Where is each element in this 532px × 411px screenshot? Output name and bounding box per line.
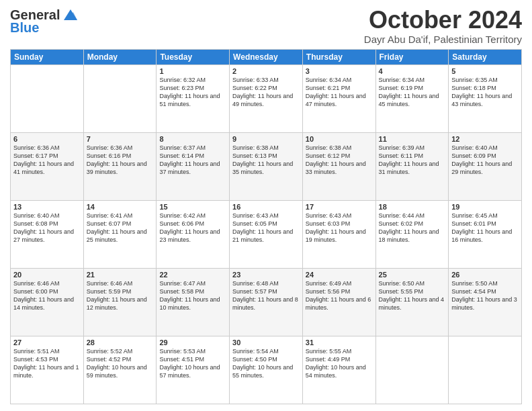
calendar-cell [11, 64, 84, 132]
day-number: 17 [306, 203, 373, 211]
calendar-cell: 24Sunrise: 6:49 AMSunset: 5:56 PMDayligh… [302, 268, 375, 336]
day-number: 20 [13, 271, 81, 279]
cell-text-line: Daylight: 11 hours and 23 minutes. [159, 228, 226, 244]
calendar-cell: 11Sunrise: 6:39 AMSunset: 6:11 PMDayligh… [375, 132, 449, 200]
calendar-cell: 12Sunrise: 6:40 AMSunset: 6:09 PMDayligh… [449, 132, 522, 200]
calendar-cell: 26Sunrise: 5:50 AMSunset: 4:54 PMDayligh… [449, 268, 522, 336]
day-number: 5 [451, 67, 519, 75]
logo-icon [61, 7, 80, 23]
day-number: 22 [159, 271, 226, 279]
cell-text-line: Sunset: 6:18 PM [451, 84, 519, 92]
day-number: 9 [232, 135, 300, 143]
day-number: 24 [306, 271, 373, 279]
cell-text-line: Sunset: 6:14 PM [159, 152, 226, 160]
cell-text-line: Sunrise: 5:55 AM [306, 347, 373, 355]
cell-text-line: Daylight: 10 hours and 59 minutes. [87, 363, 154, 379]
cell-text-line: Sunrise: 6:41 AM [87, 212, 154, 220]
cell-text-line: Sunset: 5:56 PM [306, 287, 373, 295]
cell-text-line: Daylight: 11 hours and 10 minutes. [159, 295, 226, 312]
calendar-week-row: 1Sunrise: 6:32 AMSunset: 6:23 PMDaylight… [11, 64, 522, 132]
cell-text-line: Sunrise: 6:43 AM [232, 212, 300, 220]
logo-blue-text: Blue [10, 20, 39, 36]
calendar-header-wednesday: Wednesday [230, 49, 303, 64]
day-number: 8 [159, 135, 226, 143]
cell-text-line: Sunrise: 6:50 AM [379, 279, 446, 287]
cell-text-line: Sunset: 6:17 PM [13, 152, 81, 160]
cell-text-line: Sunset: 6:02 PM [379, 220, 446, 228]
cell-text-line: Sunrise: 6:39 AM [379, 144, 446, 152]
cell-text-line: Daylight: 11 hours and 31 minutes. [379, 160, 446, 176]
calendar-cell: 10Sunrise: 6:38 AMSunset: 6:12 PMDayligh… [302, 132, 375, 200]
cell-text-line: Daylight: 10 hours and 55 minutes. [232, 363, 300, 379]
cell-text-line: Sunset: 5:55 PM [379, 287, 446, 295]
cell-text-line: Sunrise: 6:38 AM [232, 144, 300, 152]
cell-text-line: Sunrise: 6:46 AM [87, 279, 154, 287]
calendar-cell: 2Sunrise: 6:33 AMSunset: 6:22 PMDaylight… [230, 64, 303, 132]
calendar-header-monday: Monday [83, 49, 157, 64]
calendar-header-row: SundayMondayTuesdayWednesdayThursdayFrid… [11, 49, 522, 64]
cell-text-line: Sunset: 6:03 PM [306, 220, 373, 228]
day-number: 7 [87, 135, 154, 143]
cell-text-line: Sunrise: 6:43 AM [306, 212, 373, 220]
cell-text-line: Daylight: 11 hours and 45 minutes. [379, 92, 446, 108]
cell-text-line: Sunset: 5:58 PM [159, 287, 226, 295]
cell-text-line: Sunrise: 5:50 AM [451, 279, 519, 287]
cell-text-line: Sunset: 6:00 PM [13, 287, 81, 295]
calendar-cell: 1Sunrise: 6:32 AMSunset: 6:23 PMDaylight… [157, 64, 230, 132]
cell-text-line: Sunrise: 6:37 AM [159, 144, 226, 152]
day-number: 10 [306, 135, 373, 143]
cell-text-line: Daylight: 11 hours and 51 minutes. [159, 92, 226, 108]
calendar-cell: 5Sunrise: 6:35 AMSunset: 6:18 PMDaylight… [449, 64, 522, 132]
cell-text-line: Sunrise: 5:51 AM [13, 347, 81, 355]
cell-text-line: Sunset: 6:22 PM [232, 84, 300, 92]
day-number: 16 [232, 203, 300, 211]
day-number: 3 [306, 67, 373, 75]
day-number: 4 [379, 67, 446, 75]
cell-text-line: Sunset: 6:16 PM [87, 152, 154, 160]
cell-text-line: Sunrise: 6:33 AM [232, 76, 300, 84]
day-number: 25 [379, 271, 446, 279]
calendar-cell: 9Sunrise: 6:38 AMSunset: 6:13 PMDaylight… [230, 132, 303, 200]
day-number: 6 [13, 135, 81, 143]
day-number: 18 [379, 203, 446, 211]
calendar-cell: 31Sunrise: 5:55 AMSunset: 4:49 PMDayligh… [302, 336, 375, 404]
cell-text-line: Sunrise: 6:42 AM [159, 212, 226, 220]
month-title: October 2024 [364, 7, 522, 34]
day-number: 29 [159, 338, 226, 347]
calendar-header-thursday: Thursday [302, 49, 375, 64]
cell-text-line: Sunset: 6:06 PM [159, 220, 226, 228]
cell-text-line: Sunrise: 6:47 AM [159, 279, 226, 287]
calendar-cell: 29Sunrise: 5:53 AMSunset: 4:51 PMDayligh… [157, 336, 230, 404]
cell-text-line: Daylight: 11 hours and 33 minutes. [306, 160, 373, 176]
cell-text-line: Sunset: 6:12 PM [306, 152, 373, 160]
cell-text-line: Daylight: 11 hours and 18 minutes. [379, 228, 446, 244]
cell-text-line: Sunset: 4:50 PM [232, 355, 300, 363]
cell-text-line: Sunrise: 6:35 AM [451, 76, 519, 84]
cell-text-line: Sunrise: 6:49 AM [306, 279, 373, 287]
calendar-cell: 21Sunrise: 6:46 AMSunset: 5:59 PMDayligh… [83, 268, 157, 336]
calendar-cell [375, 336, 449, 404]
cell-text-line: Sunrise: 6:44 AM [379, 212, 446, 220]
calendar-week-row: 13Sunrise: 6:40 AMSunset: 6:08 PMDayligh… [11, 200, 522, 268]
cell-text-line: Daylight: 11 hours and 49 minutes. [232, 92, 300, 108]
cell-text-line: Daylight: 11 hours and 29 minutes. [451, 160, 519, 176]
day-number: 28 [87, 338, 154, 347]
cell-text-line: Daylight: 11 hours and 37 minutes. [159, 160, 226, 176]
cell-text-line: Sunrise: 5:53 AM [159, 347, 226, 355]
cell-text-line: Sunrise: 5:52 AM [87, 347, 154, 355]
cell-text-line: Sunrise: 6:34 AM [379, 76, 446, 84]
cell-text-line: Sunset: 6:13 PM [232, 152, 300, 160]
cell-text-line: Sunset: 6:07 PM [87, 220, 154, 228]
calendar-week-row: 6Sunrise: 6:36 AMSunset: 6:17 PMDaylight… [11, 132, 522, 200]
cell-text-line: Sunset: 6:05 PM [232, 220, 300, 228]
cell-text-line: Daylight: 11 hours and 19 minutes. [306, 228, 373, 244]
day-number: 2 [232, 67, 300, 75]
cell-text-line: Daylight: 11 hours and 4 minutes. [379, 295, 446, 312]
cell-text-line: Sunrise: 6:48 AM [232, 279, 300, 287]
cell-text-line: Sunset: 6:19 PM [379, 84, 446, 92]
cell-text-line: Sunset: 5:59 PM [87, 287, 154, 295]
cell-text-line: Daylight: 11 hours and 8 minutes. [232, 295, 300, 312]
calendar-cell: 25Sunrise: 6:50 AMSunset: 5:55 PMDayligh… [375, 268, 449, 336]
cell-text-line: Sunset: 6:21 PM [306, 84, 373, 92]
day-number: 11 [379, 135, 446, 143]
